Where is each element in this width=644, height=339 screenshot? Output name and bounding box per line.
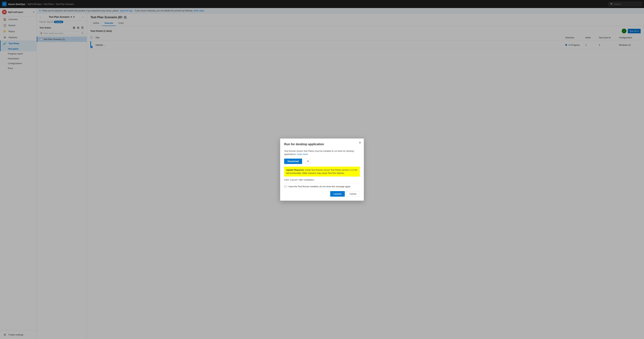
cancel-button[interactable]: Cancel [346, 191, 360, 197]
modal-body-text: Test Runner (Azure Test Plans) must be i… [284, 150, 354, 156]
checkbox-row: I have the Test Runner installed, do not… [284, 185, 360, 188]
download-button[interactable]: Download [284, 159, 302, 164]
launch-note: Click "Launch" after installation. [284, 179, 360, 181]
modal-body: Test Runner (Azure Test Plans) must be i… [284, 149, 360, 156]
copy-link-button[interactable]: ⧉ [305, 159, 310, 164]
modal-footer: Launch Cancel [284, 191, 360, 197]
modal-overlay: Run for desktop application ✕ Test Runne… [0, 0, 644, 339]
separator: | [304, 160, 304, 162]
do-not-show-checkbox[interactable] [284, 185, 286, 188]
launch-button[interactable]: Launch [330, 191, 344, 197]
learn-more-link[interactable]: Learn more [297, 153, 308, 155]
update-warning: Update Required: Install Test Runner (Az… [284, 167, 360, 177]
modal-dialog: Run for desktop application ✕ Test Runne… [280, 139, 364, 201]
download-section: Download | ⧉ [284, 159, 360, 164]
modal-title: Run for desktop application [284, 143, 360, 146]
update-warning-prefix: Update Required: [286, 169, 304, 171]
do-not-show-label: I have the Test Runner installed, do not… [288, 185, 351, 188]
modal-close-button[interactable]: ✕ [359, 141, 361, 144]
